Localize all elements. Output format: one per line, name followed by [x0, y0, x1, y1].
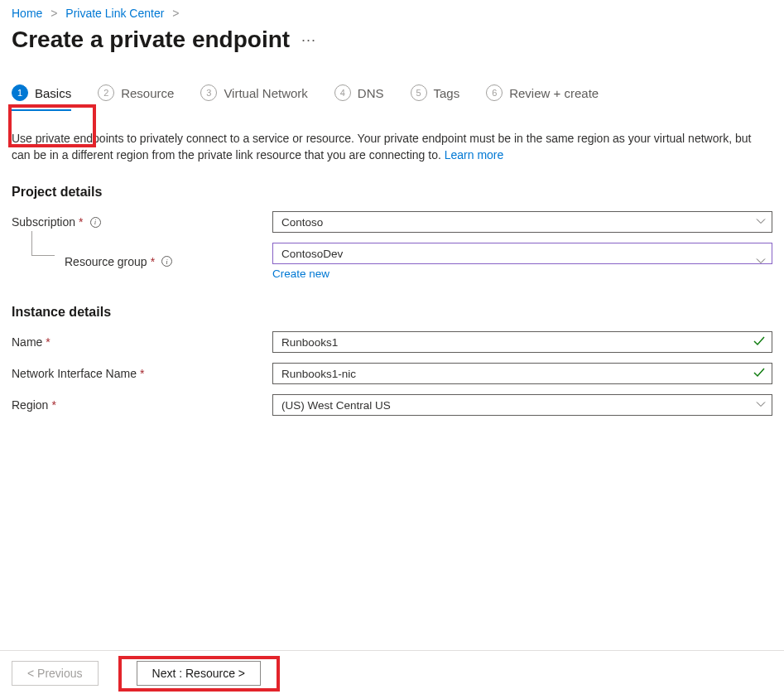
tree-indent-line	[31, 231, 55, 256]
tab-step-number: 2	[98, 84, 114, 101]
tab-label: Tags	[434, 86, 460, 100]
page-title-row: Create a private endpoint ···	[0, 23, 784, 70]
more-actions-icon[interactable]: ···	[301, 31, 316, 49]
subscription-label: Subscription * i	[12, 215, 272, 229]
region-label: Region *	[12, 398, 272, 412]
tab-label: Review + create	[509, 86, 599, 100]
resource-group-row: Resource group * i ContosoDev Create new	[12, 243, 772, 280]
subscription-dropdown[interactable]: Contoso	[272, 211, 772, 233]
section-title-project-details: Project details	[12, 185, 772, 200]
page-title: Create a private endpoint	[12, 27, 290, 53]
wizard-footer: < Previous Next : Resource >	[0, 650, 784, 694]
tab-tags[interactable]: 5 Tags	[411, 84, 460, 111]
name-input[interactable]	[272, 331, 772, 353]
tab-resource[interactable]: 2 Resource	[98, 84, 174, 111]
name-label: Name *	[12, 335, 272, 349]
region-dropdown[interactable]: (US) West Central US	[272, 394, 772, 416]
description-text: Use private endpoints to privately conne…	[12, 131, 772, 163]
tab-label: DNS	[358, 86, 384, 100]
tab-review-create[interactable]: 6 Review + create	[486, 84, 599, 111]
tab-label: Basics	[35, 86, 71, 100]
tab-step-number: 1	[12, 84, 28, 101]
required-marker: *	[46, 335, 50, 349]
required-marker: *	[151, 255, 155, 268]
breadcrumb-link-private-link-center[interactable]: Private Link Center	[65, 7, 164, 20]
breadcrumb: Home > Private Link Center >	[0, 0, 784, 23]
breadcrumb-separator: >	[51, 7, 57, 20]
wizard-tabs: 1 Basics 2 Resource 3 Virtual Network 4 …	[12, 70, 772, 121]
region-row: Region * (US) West Central US	[12, 394, 772, 416]
breadcrumb-separator: >	[172, 7, 179, 20]
tab-step-number: 6	[486, 84, 503, 101]
name-row: Name *	[12, 331, 772, 353]
previous-button: < Previous	[12, 661, 99, 686]
tab-step-number: 4	[334, 84, 351, 101]
required-marker: *	[51, 398, 55, 412]
tab-dns[interactable]: 4 DNS	[334, 84, 384, 111]
tab-label: Virtual Network	[224, 86, 307, 100]
tab-basics[interactable]: 1 Basics	[12, 84, 71, 111]
tab-step-number: 3	[200, 84, 217, 101]
resource-group-label: Resource group * i	[12, 255, 272, 268]
breadcrumb-link-home[interactable]: Home	[12, 7, 42, 20]
info-icon[interactable]: i	[90, 217, 101, 228]
subscription-row: Subscription * i Contoso	[12, 211, 772, 233]
next-button[interactable]: Next : Resource >	[137, 661, 261, 686]
tab-virtual-network[interactable]: 3 Virtual Network	[200, 84, 307, 111]
required-marker: *	[140, 367, 144, 380]
create-new-resource-group-link[interactable]: Create new	[272, 267, 329, 280]
nic-name-input[interactable]	[272, 363, 772, 384]
info-icon[interactable]: i	[161, 256, 172, 267]
tab-step-number: 5	[411, 84, 427, 101]
section-title-instance-details: Instance details	[12, 305, 772, 320]
nic-name-label: Network Interface Name *	[12, 367, 272, 380]
tab-label: Resource	[121, 86, 174, 100]
required-marker: *	[79, 215, 83, 229]
resource-group-dropdown[interactable]: ContosoDev	[272, 243, 772, 264]
nic-name-row: Network Interface Name *	[12, 363, 772, 384]
learn-more-link[interactable]: Learn more	[445, 148, 504, 161]
content-area: Use private endpoints to privately conne…	[0, 121, 784, 416]
